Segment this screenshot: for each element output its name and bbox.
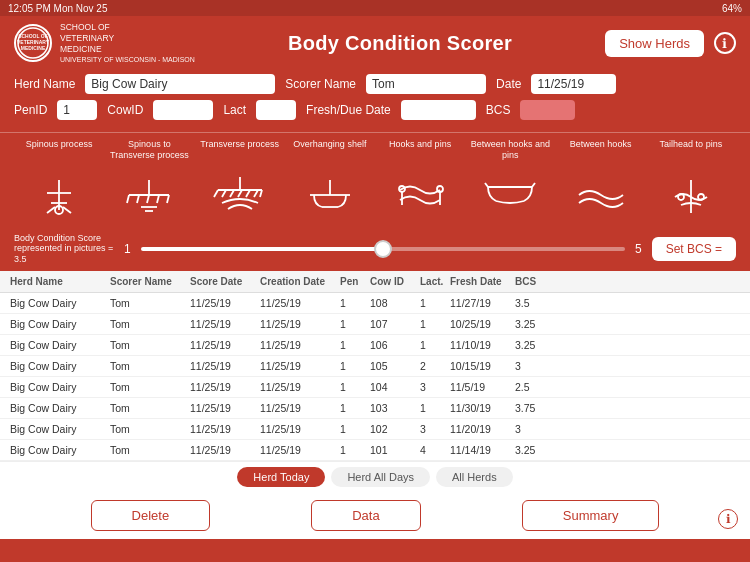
table-cell: 11/25/19 bbox=[258, 317, 338, 331]
table-cell: 3.5 bbox=[513, 296, 548, 310]
status-time: 12:05 PM Mon Nov 25 bbox=[8, 3, 108, 14]
lact-label: Lact bbox=[223, 103, 246, 117]
table-cell: Tom bbox=[108, 401, 188, 415]
table-cell: 11/25/19 bbox=[188, 359, 258, 373]
info-icon[interactable]: ℹ bbox=[714, 32, 736, 54]
cow-input[interactable] bbox=[153, 100, 213, 120]
anatomy-icon-6 bbox=[561, 171, 641, 219]
table-cell: 1 bbox=[418, 296, 448, 310]
col-pen: Pen bbox=[338, 275, 368, 288]
table-cell: 11/30/19 bbox=[448, 401, 513, 415]
table-cell: 11/25/19 bbox=[188, 296, 258, 310]
status-bar: 12:05 PM Mon Nov 25 64% bbox=[0, 0, 750, 16]
table-cell: 3.25 bbox=[513, 443, 548, 457]
table-row[interactable]: Big Cow DairyTom11/25/1911/25/191101411/… bbox=[0, 440, 750, 461]
filter-all-herds[interactable]: All Herds bbox=[436, 467, 513, 487]
table-cell: Big Cow Dairy bbox=[8, 317, 108, 331]
filter-herd-all-days[interactable]: Herd All Days bbox=[331, 467, 430, 487]
summary-button[interactable]: Summary bbox=[522, 500, 660, 531]
anatomy-label-2: Transverse process bbox=[200, 139, 280, 161]
table-cell: 1 bbox=[338, 359, 368, 373]
table-cell: 10/25/19 bbox=[448, 317, 513, 331]
set-bcs-button[interactable]: Set BCS = bbox=[652, 237, 736, 261]
table-cell: Big Cow Dairy bbox=[8, 338, 108, 352]
table-cell: 1 bbox=[338, 317, 368, 331]
table-cell: 101 bbox=[368, 443, 418, 457]
svg-line-37 bbox=[485, 183, 488, 187]
bottom-info-icon[interactable]: ℹ bbox=[718, 509, 738, 529]
fresh-input[interactable] bbox=[401, 100, 476, 120]
svg-line-9 bbox=[63, 207, 71, 213]
col-cow-id: Cow ID bbox=[368, 275, 418, 288]
svg-point-34 bbox=[437, 186, 443, 192]
table-cell: 1 bbox=[338, 401, 368, 415]
scorer-name-input[interactable] bbox=[366, 74, 486, 94]
logo-area: SCHOOL OF VETERINARY MEDICINE SCHOOL OF … bbox=[14, 22, 195, 64]
table-cell: 11/25/19 bbox=[258, 422, 338, 436]
date-input[interactable] bbox=[531, 74, 616, 94]
svg-line-13 bbox=[137, 195, 139, 203]
table-row[interactable]: Big Cow DairyTom11/25/1911/25/191108111/… bbox=[0, 293, 750, 314]
table-cell: 4 bbox=[418, 443, 448, 457]
table-cell: 105 bbox=[368, 359, 418, 373]
anatomy-label-4: Hooks and pins bbox=[380, 139, 460, 161]
pen-input[interactable] bbox=[57, 100, 97, 120]
table-cell: 3 bbox=[418, 422, 448, 436]
herd-name-label: Herd Name bbox=[14, 77, 75, 91]
table-row[interactable]: Big Cow DairyTom11/25/1911/25/191104311/… bbox=[0, 377, 750, 398]
show-herds-button[interactable]: Show Herds bbox=[605, 30, 704, 57]
svg-point-41 bbox=[678, 194, 684, 200]
form-row-1: Herd Name Scorer Name Date bbox=[14, 74, 736, 94]
anatomy-label-1: Spinous to Transverse process bbox=[109, 139, 189, 161]
app-title: Body Condition Scorer bbox=[288, 32, 512, 55]
col-scorer: Scorer Name bbox=[108, 275, 188, 288]
data-button[interactable]: Data bbox=[311, 500, 420, 531]
table-cell: 3 bbox=[513, 422, 548, 436]
svg-line-16 bbox=[167, 195, 169, 203]
col-lact: Lact. bbox=[418, 275, 448, 288]
table-row[interactable]: Big Cow DairyTom11/25/1911/25/191106111/… bbox=[0, 335, 750, 356]
slider-wrapper bbox=[141, 239, 625, 259]
svg-text:MEDICINE: MEDICINE bbox=[21, 45, 46, 51]
herd-name-input[interactable] bbox=[85, 74, 275, 94]
anatomy-icon-4 bbox=[380, 171, 460, 219]
table-row[interactable]: Big Cow DairyTom11/25/1911/25/191107110/… bbox=[0, 314, 750, 335]
col-score-date: Score Date bbox=[188, 275, 258, 288]
anatomy-icon-2 bbox=[200, 171, 280, 219]
table-cell: 11/25/19 bbox=[188, 380, 258, 394]
bottom-section: Delete Data Summary ℹ bbox=[0, 492, 750, 539]
table-cell: Big Cow Dairy bbox=[8, 359, 108, 373]
table-row[interactable]: Big Cow DairyTom11/25/1911/25/191105210/… bbox=[0, 356, 750, 377]
fresh-label: Fresh/Due Date bbox=[306, 103, 391, 117]
table-cell: 104 bbox=[368, 380, 418, 394]
table-cell: 3 bbox=[513, 359, 548, 373]
date-label: Date bbox=[496, 77, 521, 91]
table-cell: Tom bbox=[108, 422, 188, 436]
table-cell: 1 bbox=[418, 401, 448, 415]
table-cell: 11/25/19 bbox=[188, 401, 258, 415]
bcs-input[interactable] bbox=[520, 100, 575, 120]
svg-line-38 bbox=[532, 183, 535, 187]
bcs-slider[interactable] bbox=[141, 247, 625, 251]
slider-section: Body Condition Score represented in pict… bbox=[0, 231, 750, 271]
anatomy-icon-0 bbox=[19, 171, 99, 219]
table-cell: 2 bbox=[418, 359, 448, 373]
delete-button[interactable]: Delete bbox=[91, 500, 211, 531]
anatomy-icon-3 bbox=[290, 171, 370, 219]
table-row[interactable]: Big Cow DairyTom11/25/1911/25/191103111/… bbox=[0, 398, 750, 419]
table-cell: Big Cow Dairy bbox=[8, 443, 108, 457]
filter-herd-today[interactable]: Herd Today bbox=[237, 467, 325, 487]
table-cell: 2.5 bbox=[513, 380, 548, 394]
table-cell: 11/25/19 bbox=[188, 443, 258, 457]
table-cell: 102 bbox=[368, 422, 418, 436]
table-row[interactable]: Big Cow DairyTom11/25/1911/25/191102311/… bbox=[0, 419, 750, 440]
svg-line-25 bbox=[246, 190, 250, 197]
header-right: Show Herds ℹ bbox=[605, 30, 736, 57]
table-cell: Big Cow Dairy bbox=[8, 296, 108, 310]
table-section: Herd Name Scorer Name Score Date Creatio… bbox=[0, 271, 750, 461]
lact-input[interactable] bbox=[256, 100, 296, 120]
table-cell: 1 bbox=[338, 296, 368, 310]
filter-section: Herd Today Herd All Days All Herds bbox=[0, 461, 750, 492]
anatomy-icon-1 bbox=[109, 171, 189, 219]
table-cell: 11/25/19 bbox=[258, 296, 338, 310]
